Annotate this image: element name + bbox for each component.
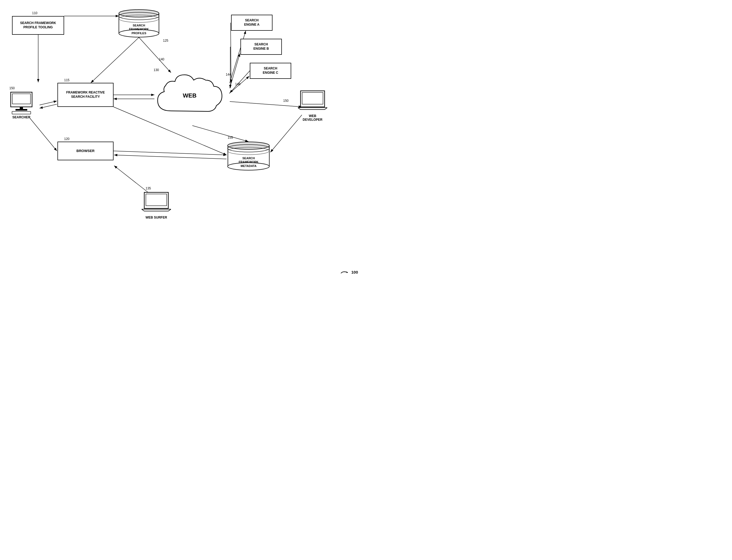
profile-tooling-box: SEARCH FRAMEWORK PROFILE TOOLING (12, 16, 64, 35)
svg-line-3 (91, 37, 139, 83)
svg-marker-44 (142, 209, 171, 211)
ref-140: 140 (159, 57, 164, 61)
search-engine-c-box: SEARCHENGINE C (250, 63, 291, 79)
figure-arrow-icon (340, 269, 350, 275)
arrows-layer (0, 0, 366, 280)
web-surfer-label: WEB SURFER (146, 216, 167, 219)
svg-rect-37 (15, 109, 27, 111)
web-developer-laptop: WEBDEVELOPER (298, 90, 327, 122)
svg-rect-36 (20, 107, 23, 109)
svg-line-18 (192, 126, 248, 142)
svg-rect-35 (12, 94, 30, 104)
diagram: SEARCH FRAMEWORK PROFILE TOOLING 110 FRA… (0, 0, 366, 280)
profiles-cylinder: SEARCHFRAMEWORKPROFILES (118, 8, 160, 37)
searcher-computer: SEARCHER (8, 91, 35, 119)
ref-120: 120 (64, 137, 69, 141)
svg-line-6 (40, 104, 57, 108)
ref-125: 125 (163, 39, 168, 42)
ref-150: 150 (283, 99, 289, 103)
metadata-label: SEARCHFRAMEWORKMETADATA (227, 151, 271, 170)
svg-rect-38 (12, 111, 31, 114)
ref-105: 150 (9, 86, 15, 90)
ref-155: 155 (228, 136, 233, 139)
ref-110: 110 (32, 11, 37, 15)
web-developer-icon (298, 90, 327, 114)
web-surfer-icon (142, 191, 171, 215)
metadata-cylinder: SEARCHFRAMEWORKMETADATA (227, 140, 271, 171)
search-engine-a-box: SEARCHENGINE A (231, 15, 272, 31)
svg-line-20 (114, 151, 227, 155)
figure-label: 100 (340, 269, 358, 275)
web-developer-label: WEBDEVELOPER (303, 114, 322, 122)
svg-line-5 (40, 101, 57, 105)
figure-number: 100 (351, 270, 358, 274)
ref-135: 135 (146, 186, 151, 190)
profiles-label: SEARCHFRAMEWORKPROFILES (118, 18, 160, 38)
ref-130: 130 (154, 68, 159, 72)
ref-148: 148 (235, 82, 240, 86)
browser-box: BROWSER (57, 142, 114, 160)
searcher-label: SEARCHER (12, 115, 30, 119)
svg-rect-40 (302, 92, 323, 104)
search-engine-b-box: SEARCHENGINE B (240, 39, 282, 55)
web-surfer-laptop: WEB SURFER (142, 191, 171, 219)
ref-144: 144 (226, 73, 231, 76)
framework-reactive-box: FRAMEWORK REACTIVE SEARCH FACILITY (57, 83, 114, 107)
ref-115: 115 (64, 78, 69, 82)
searcher-computer-icon (8, 91, 35, 115)
svg-line-16 (230, 71, 250, 93)
svg-line-23 (270, 115, 302, 152)
svg-line-7 (29, 118, 57, 151)
cloud-label: WEB (150, 92, 230, 99)
svg-rect-43 (146, 194, 167, 206)
svg-line-17 (230, 102, 302, 107)
svg-line-10 (139, 37, 171, 73)
svg-marker-41 (298, 108, 327, 110)
cloud-web: WEB (150, 68, 230, 126)
svg-line-21 (114, 155, 227, 159)
